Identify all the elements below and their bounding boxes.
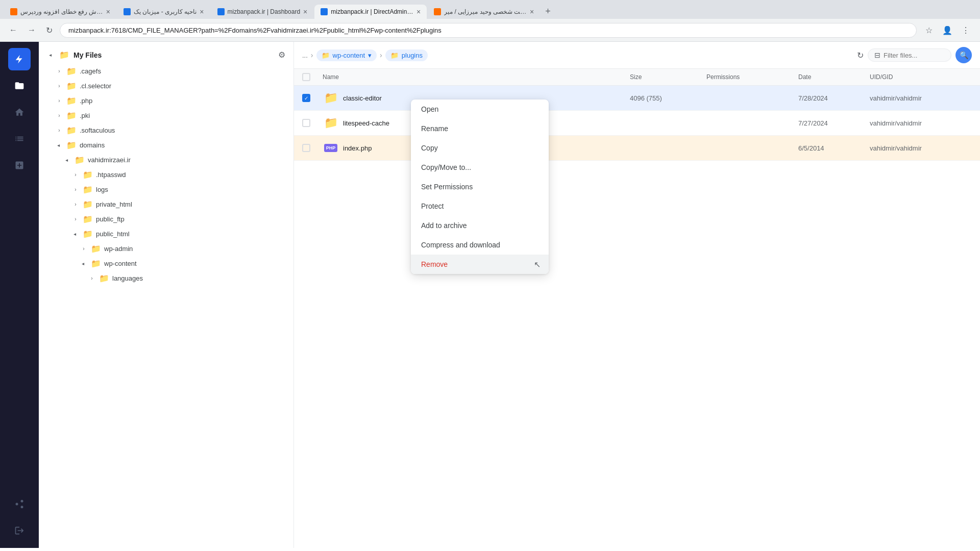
filter-area: ⊟ [868,48,951,62]
file-tree-sidebar: ▾ 📁 My Files ⚙ › 📁 .cagefs › 📁 .cl.selec… [39,42,294,548]
tree-item-public-html[interactable]: ▾ 📁 public_html [39,227,293,241]
breadcrumb-wp-content-icon: 📁 [322,52,330,59]
menu-icon[interactable]: ⋮ [958,22,974,38]
vahidmirzaei-label: vahidmirzaei.ir [88,156,289,164]
context-menu-set-permissions[interactable]: Set Permissions [411,177,549,196]
context-menu-remove[interactable]: Remove ↖ [411,255,549,274]
context-menu-compress-download[interactable]: Compress and download [411,235,549,255]
php-label: .php [80,97,289,105]
file-row-litespeed-cache[interactable]: 📁 litespeed-cache 7/27/2024 vahidmir/vah… [294,111,980,136]
classic-editor-checkbox[interactable]: ✓ [302,94,310,102]
tree-item-wp-content[interactable]: ▾ 📁 wp-content [39,256,293,271]
address-bar[interactable] [60,23,917,38]
my-files-folder-icon: 📁 [59,50,69,60]
browser-chrome: آموزش رفع خطای افزونه وردپرس × ناحیه کار… [0,0,980,42]
tab-4-close[interactable]: × [416,8,421,16]
forward-button[interactable]: → [24,23,39,37]
tab-2-close[interactable]: × [200,8,204,16]
file-row-classic-editor[interactable]: ✓ 📁 classic-editor 4096 (755) 7/28/2024 … [294,86,980,111]
sidebar-list-icon[interactable] [8,128,31,150]
logs-arrow: › [71,186,80,194]
tab-3-close[interactable]: × [303,8,307,16]
sidebar-logout-icon[interactable] [8,519,31,542]
breadcrumb-ellipsis[interactable]: ... [302,52,308,59]
refresh-button[interactable]: ↻ [43,23,56,37]
tree-item-private-html[interactable]: › 📁 private_html [39,197,293,212]
breadcrumb-plugins[interactable]: 📁 plugins [385,49,428,61]
search-button[interactable]: 🔍 [955,47,972,63]
breadcrumb-arrow-1: › [311,51,313,59]
breadcrumb-wp-content-label: wp-content [333,52,365,59]
tree-item-cl-selector[interactable]: › 📁 .cl.selector [39,79,293,93]
context-menu-rename[interactable]: Rename [411,119,549,138]
domains-folder-icon: 📁 [66,140,77,150]
tree-item-pki[interactable]: › 📁 .pki [39,108,293,123]
svg-point-2 [21,506,23,508]
tree-item-php[interactable]: › 📁 .php [39,93,293,108]
profile-icon[interactable]: 👤 [939,22,955,38]
vahidmirzaei-arrow: ▾ [63,156,71,164]
tab-5-close[interactable]: × [530,8,534,16]
context-menu-open[interactable]: Open [411,99,549,119]
logs-folder-icon: 📁 [83,185,93,194]
context-menu-add-to-archive[interactable]: Add to archive [411,216,549,235]
context-menu-copy[interactable]: Copy [411,138,549,158]
tab-5[interactable]: سایت شخصی وحید میرزایی / میر... × [428,5,540,19]
tree-item-domains[interactable]: ▾ 📁 domains [39,138,293,153]
litespeed-folder-icon: 📁 [323,115,339,131]
settings-gear-icon[interactable]: ⚙ [278,50,285,60]
wp-admin-folder-icon: 📁 [91,244,101,254]
sidebar-home-icon[interactable] [8,101,31,123]
private-html-arrow: › [71,201,80,209]
new-tab-button[interactable]: + [541,4,555,19]
tree-item-languages[interactable]: › 📁 languages [39,271,293,286]
tree-header: ▾ 📁 My Files ⚙ [39,46,293,64]
litespeed-checkbox[interactable] [302,119,310,127]
bookmark-icon[interactable]: ☆ [921,22,937,38]
refresh-files-button[interactable]: ↻ [857,51,864,60]
tree-item-softaculous[interactable]: › 📁 .softaculous [39,123,293,138]
tree-item-wp-admin[interactable]: › 📁 wp-admin [39,241,293,256]
tree-item-public-ftp[interactable]: › 📁 public_ftp [39,212,293,227]
breadcrumb-bar: ... › 📁 wp-content ▾ › 📁 plugins ↻ ⊟ 🔍 [294,42,980,69]
breadcrumb-actions: ↻ ⊟ 🔍 [857,47,972,63]
tab-4[interactable]: mizbanpack.ir | DirectAdmin 1.6... × [314,5,427,19]
classic-editor-size: 4096 (755) [630,94,706,102]
my-files-label: My Files [74,51,274,59]
sidebar-add-icon[interactable] [8,154,31,177]
my-files-arrow[interactable]: ▾ [47,51,55,59]
breadcrumb-wp-content[interactable]: 📁 wp-content ▾ [316,49,377,61]
languages-label: languages [112,274,289,282]
php-arrow: › [55,97,63,105]
header-check-col [302,73,323,81]
index-php-checkbox[interactable] [302,144,310,152]
tab-3[interactable]: mizbanpack.ir | Dashboard × [211,5,314,19]
tab-1[interactable]: آموزش رفع خطای افزونه وردپرس × [4,5,116,19]
select-all-checkbox[interactable] [302,73,310,81]
tab-1-close[interactable]: × [106,8,110,16]
index-php-date: 6/5/2014 [798,144,870,152]
tree-item-cagefs[interactable]: › 📁 .cagefs [39,64,293,79]
languages-folder-icon: 📁 [99,273,109,283]
php-file-type-icon: PHP [324,144,338,152]
sidebar-files-icon[interactable] [8,74,31,97]
pki-arrow: › [55,112,63,120]
tab-1-label: آموزش رفع خطای افزونه وردپرس [20,8,103,15]
public-ftp-folder-icon: 📁 [83,214,93,224]
tab-bar: آموزش رفع خطای افزونه وردپرس × ناحیه کار… [0,0,980,19]
tree-item-vahidmirzaei[interactable]: ▾ 📁 vahidmirzaei.ir [39,153,293,167]
wp-admin-label: wp-admin [104,245,289,253]
cagefs-label: .cagefs [80,67,289,75]
app-logo-icon[interactable] [8,48,31,70]
tree-item-logs[interactable]: › 📁 logs [39,182,293,197]
context-menu-protect[interactable]: Protect [411,196,549,216]
tab-2[interactable]: ناحیه کاربری - میزبان یک × [117,5,210,19]
file-row-index-php[interactable]: PHP index.php 6/5/2014 vahidmir/vahidmir [294,136,980,161]
sidebar-share-icon[interactable] [8,493,31,515]
tree-item-htpasswd[interactable]: › 📁 .htpasswd [39,167,293,182]
back-button[interactable]: ← [6,23,20,37]
context-menu-copy-move[interactable]: Copy/Move to... [411,158,549,177]
pki-folder-icon: 📁 [66,111,77,120]
wp-admin-arrow: › [80,245,88,253]
filter-input[interactable] [884,52,945,59]
